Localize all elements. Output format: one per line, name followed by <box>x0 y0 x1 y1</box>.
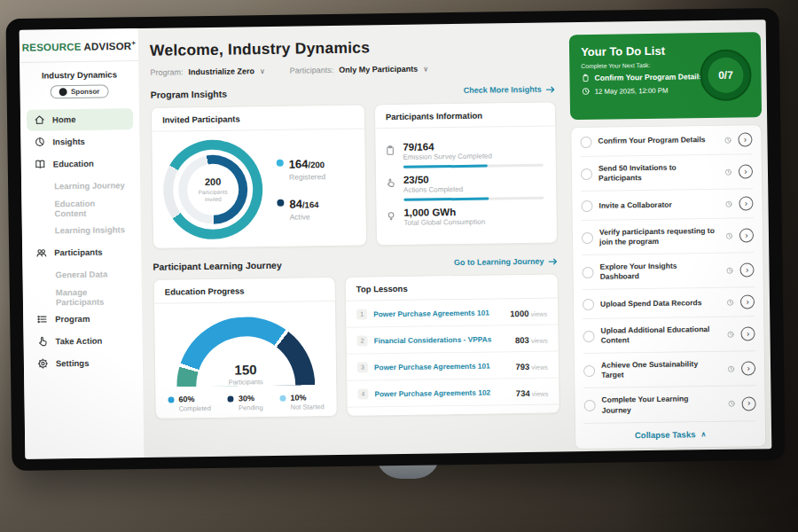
sidebar-item-learning-insights[interactable]: Learning Insights <box>28 219 135 242</box>
learning-cards-row: Education Progress 150 Participants <box>153 273 560 419</box>
participants-information-card: Participants Information 79/164 Emission… <box>374 101 558 246</box>
sidebar-item-home[interactable]: Home <box>27 108 133 131</box>
lesson-link[interactable]: Financial Considerations - VPPAs <box>374 334 509 345</box>
legend-completed: 60% Completed <box>168 395 211 413</box>
task-open-button[interactable]: › <box>740 327 755 341</box>
program-select[interactable]: Industrialize Zero <box>188 66 254 76</box>
task-checkbox[interactable] <box>581 168 592 179</box>
people-icon <box>35 247 47 259</box>
check-more-insights-link[interactable]: Check More Insights <box>464 84 556 94</box>
task-open-button[interactable]: › <box>741 362 755 376</box>
actions-progress-bar <box>403 197 544 201</box>
lesson-row: 4 Power Purchase Agreements 102 734views <box>347 378 559 407</box>
insights-icon <box>34 137 45 148</box>
task-checkbox[interactable] <box>583 331 594 342</box>
rank-badge: 4 <box>357 388 368 399</box>
home-icon <box>34 114 45 126</box>
lesson-link[interactable]: Power Purchase Agreements 102 <box>374 387 509 398</box>
learning-journey-header: Participant Learning Journey Go to Learn… <box>153 255 558 271</box>
task-open-button[interactable]: › <box>739 263 754 278</box>
legend-active: 84/164 Active <box>277 195 326 222</box>
divider <box>20 60 138 63</box>
education-progress-card: Education Progress 150 Participants <box>153 277 338 419</box>
task-checkbox[interactable] <box>584 400 596 411</box>
book-icon <box>35 159 46 170</box>
top-lessons-card: Top Lessons 1 Power Purchase Agreements … <box>345 273 560 416</box>
task-checkbox[interactable] <box>583 299 594 310</box>
legend-pending: 30% Pending <box>228 394 263 412</box>
rank-badge: 2 <box>357 335 368 346</box>
todo-task-row: Achieve One Sustainability Target › <box>583 352 756 389</box>
sidebar-item-take-action[interactable]: Take Action <box>29 330 136 353</box>
sidebar-item-manage-participants[interactable]: Manage Participants <box>29 286 136 309</box>
clock-icon <box>724 200 732 207</box>
task-checkbox[interactable] <box>583 365 595 377</box>
task-open-button[interactable]: › <box>740 295 755 309</box>
chevron-up-icon: ∧ <box>700 430 706 438</box>
invited-donut-chart: 200 Participants Invited <box>162 139 263 240</box>
clipboard-icon <box>581 74 590 82</box>
org-name: Industry Dynamics <box>20 69 138 81</box>
lesson-link[interactable]: Power Purchase Agreements 103 <box>375 414 510 417</box>
lightbulb-icon <box>385 210 396 222</box>
clock-icon <box>582 87 591 96</box>
gauge-legend: 60% Completed 30% Pending <box>155 385 336 413</box>
legend-registered: 164/200 Registered <box>277 155 326 182</box>
lesson-link[interactable]: Power Purchase Agreements 101 <box>373 308 504 318</box>
sidebar-item-participants[interactable]: Participants <box>28 241 135 264</box>
task-open-button[interactable]: › <box>739 229 754 243</box>
todo-panel: Your To Do List Complete Your Next Task:… <box>566 20 772 451</box>
sidebar-item-insights[interactable]: Insights <box>27 130 133 153</box>
task-open-button[interactable]: › <box>742 396 756 411</box>
sponsor-icon <box>59 88 67 96</box>
task-checkbox[interactable] <box>582 267 593 278</box>
survey-stat-row: 79/164 Emission Survey Completed <box>384 140 544 168</box>
recent-news-card: Recent News <box>575 454 767 459</box>
education-gauge-chart: 150 Participants <box>176 316 315 387</box>
sidebar-item-education[interactable]: Education <box>27 153 134 176</box>
sidebar-item-learning-journey[interactable]: Learning Journey <box>27 175 134 198</box>
actions-stat-row: 23/50 Actions Completed <box>385 173 544 201</box>
sidebar-item-general-data[interactable]: General Data <box>28 263 135 286</box>
hand-pointer-icon <box>36 336 48 348</box>
chevron-down-icon[interactable]: ∨ <box>423 65 428 73</box>
collapse-tasks-link[interactable]: Collapse Tasks ∧ <box>584 421 756 449</box>
clock-icon <box>728 400 736 408</box>
sponsor-badge[interactable]: Sponsor <box>51 84 109 98</box>
go-to-learning-journey-link[interactable]: Go to Learning Journey <box>454 256 559 267</box>
monitor-bezel: RESOURCE ADVISOR+ Industry Dynamics Spon… <box>5 8 785 471</box>
lesson-row: 5 Power Purchase Agreements 103 600views <box>348 404 559 416</box>
clock-icon <box>724 136 732 144</box>
todo-task-row: Confirm Your Program Details › <box>580 125 752 157</box>
clock-icon <box>725 231 733 239</box>
rank-badge: 1 <box>356 309 367 319</box>
legend-dot <box>277 160 284 167</box>
sidebar-item-education-content[interactable]: Education Content <box>27 197 134 220</box>
clock-icon <box>727 365 735 373</box>
task-open-button[interactable]: › <box>738 132 752 146</box>
chevron-down-icon[interactable]: ∨ <box>260 67 265 75</box>
invited-participants-card: Invited Participants 200 Participants In… <box>151 104 367 248</box>
clock-icon <box>726 298 734 306</box>
sidebar: RESOURCE ADVISOR+ Industry Dynamics Spon… <box>20 28 145 459</box>
lesson-row: 1 Power Purchase Agreements 101 1000view… <box>346 298 558 327</box>
survey-progress-bar <box>403 164 544 168</box>
clipboard-icon <box>384 145 395 156</box>
lesson-row: 2 Financial Considerations - VPPAs 803vi… <box>346 325 558 354</box>
app-logo: RESOURCE ADVISOR+ <box>20 39 138 53</box>
task-checkbox[interactable] <box>582 232 593 244</box>
consumption-stat-row: 1,000 GWh Total Global Consumption <box>385 206 544 228</box>
task-checkbox[interactable] <box>580 136 591 147</box>
task-open-button[interactable]: › <box>739 164 753 178</box>
sidebar-item-settings[interactable]: Settings <box>30 352 137 375</box>
program-insights-header: Program Insights Check More Insights <box>151 83 556 99</box>
participants-select[interactable]: Only My Participants <box>339 65 418 74</box>
task-open-button[interactable]: › <box>739 196 753 210</box>
lesson-link[interactable]: Power Purchase Agreements 101 <box>374 361 509 372</box>
legend-dot <box>280 395 286 402</box>
gear-icon <box>37 358 49 370</box>
task-checkbox[interactable] <box>581 200 592 211</box>
dashboard-screen: RESOURCE ADVISOR+ Industry Dynamics Spon… <box>20 20 772 459</box>
todo-tasks-card: Confirm Your Program Details › Send 50 I… <box>570 124 766 450</box>
sidebar-item-program[interactable]: Program <box>29 308 136 331</box>
